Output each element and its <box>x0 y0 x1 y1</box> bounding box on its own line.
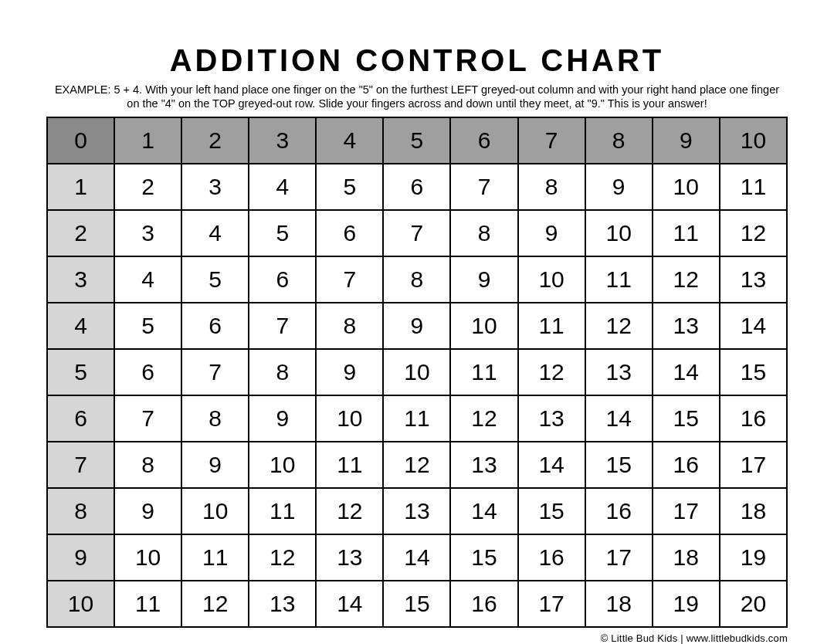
table-cell: 14 <box>585 395 653 442</box>
table-cell: 12 <box>450 395 517 442</box>
table-cell: 3 <box>114 210 181 256</box>
table-cell: 14 <box>653 349 720 395</box>
table-cell: 13 <box>518 395 585 442</box>
table-row: 8 9 10 11 12 13 14 15 16 17 18 <box>47 488 787 534</box>
row-header: 3 <box>47 256 114 303</box>
table-cell: 8 <box>114 442 181 488</box>
table-cell: 5 <box>114 303 181 349</box>
table-cell: 19 <box>653 581 720 627</box>
table-cell: 19 <box>720 534 787 581</box>
table-cell: 10 <box>585 210 653 256</box>
table-cell: 7 <box>249 303 316 349</box>
table-cell: 6 <box>181 303 249 349</box>
table-cell: 20 <box>720 581 787 627</box>
header-cell: 2 <box>181 117 249 164</box>
header-cell: 5 <box>383 117 450 164</box>
header-cell: 6 <box>450 117 517 164</box>
footer-credit: © Little Bud Kids | www.littlebudkids.co… <box>46 632 788 644</box>
table-cell: 10 <box>518 256 585 303</box>
table-cell: 10 <box>383 349 450 395</box>
page-subtitle: EXAMPLE: 5 + 4. With your left hand plac… <box>46 83 788 110</box>
header-cell: 8 <box>585 117 653 164</box>
table-cell: 6 <box>114 349 181 395</box>
header-cell: 3 <box>249 117 316 164</box>
table-cell: 5 <box>249 210 316 256</box>
header-cell: 10 <box>720 117 787 164</box>
table-cell: 4 <box>114 256 181 303</box>
row-header: 9 <box>47 534 114 581</box>
row-header: 7 <box>47 442 114 488</box>
table-cell: 18 <box>720 488 787 534</box>
table-cell: 7 <box>114 395 181 442</box>
table-cell: 14 <box>518 442 585 488</box>
table-row: 7 8 9 10 11 12 13 14 15 16 17 <box>47 442 787 488</box>
row-header: 1 <box>47 164 114 210</box>
table-cell: 5 <box>316 164 383 210</box>
header-cell: 1 <box>114 117 181 164</box>
table-cell: 7 <box>383 210 450 256</box>
table-cell: 15 <box>720 349 787 395</box>
table-cell: 13 <box>249 581 316 627</box>
table-cell: 16 <box>720 395 787 442</box>
table-cell: 7 <box>316 256 383 303</box>
table-cell: 11 <box>518 303 585 349</box>
table-cell: 6 <box>249 256 316 303</box>
table-cell: 13 <box>316 534 383 581</box>
table-cell: 17 <box>653 488 720 534</box>
table-cell: 12 <box>181 581 249 627</box>
table-cell: 18 <box>585 581 653 627</box>
row-header: 8 <box>47 488 114 534</box>
table-cell: 9 <box>249 395 316 442</box>
table-cell: 12 <box>720 210 787 256</box>
table-cell: 12 <box>653 256 720 303</box>
table-cell: 15 <box>518 488 585 534</box>
table-cell: 13 <box>383 488 450 534</box>
table-cell: 15 <box>383 581 450 627</box>
table-cell: 3 <box>181 164 249 210</box>
table-cell: 16 <box>450 581 517 627</box>
table-cell: 10 <box>653 164 720 210</box>
table-cell: 7 <box>181 349 249 395</box>
table-cell: 10 <box>114 534 181 581</box>
table-cell: 5 <box>181 256 249 303</box>
header-cell: 9 <box>653 117 720 164</box>
table-cell: 11 <box>383 395 450 442</box>
table-cell: 11 <box>114 581 181 627</box>
table-cell: 18 <box>653 534 720 581</box>
table-row: 4 5 6 7 8 9 10 11 12 13 14 <box>47 303 787 349</box>
table-cell: 9 <box>181 442 249 488</box>
table-cell: 14 <box>450 488 517 534</box>
header-cell: 7 <box>518 117 585 164</box>
table-cell: 13 <box>585 349 653 395</box>
header-row: 0 1 2 3 4 5 6 7 8 9 10 <box>47 117 787 164</box>
table-cell: 17 <box>585 534 653 581</box>
header-cell: 4 <box>316 117 383 164</box>
row-header: 6 <box>47 395 114 442</box>
table-cell: 13 <box>653 303 720 349</box>
row-header: 4 <box>47 303 114 349</box>
table-cell: 9 <box>114 488 181 534</box>
table-cell: 7 <box>450 164 517 210</box>
table-cell: 14 <box>316 581 383 627</box>
table-cell: 12 <box>518 349 585 395</box>
table-cell: 8 <box>181 395 249 442</box>
table-row: 9 10 11 12 13 14 15 16 17 18 19 <box>47 534 787 581</box>
table-cell: 6 <box>316 210 383 256</box>
table-row: 2 3 4 5 6 7 8 9 10 11 12 <box>47 210 787 256</box>
table-cell: 11 <box>181 534 249 581</box>
table-cell: 12 <box>383 442 450 488</box>
table-cell: 2 <box>114 164 181 210</box>
table-cell: 11 <box>653 210 720 256</box>
table-cell: 16 <box>585 488 653 534</box>
table-cell: 15 <box>653 395 720 442</box>
table-cell: 11 <box>249 488 316 534</box>
table-cell: 9 <box>450 256 517 303</box>
table-cell: 10 <box>249 442 316 488</box>
table-cell: 10 <box>181 488 249 534</box>
table-cell: 8 <box>518 164 585 210</box>
table-cell: 8 <box>450 210 517 256</box>
table-cell: 4 <box>181 210 249 256</box>
table-cell: 9 <box>585 164 653 210</box>
table-cell: 9 <box>518 210 585 256</box>
row-header: 2 <box>47 210 114 256</box>
